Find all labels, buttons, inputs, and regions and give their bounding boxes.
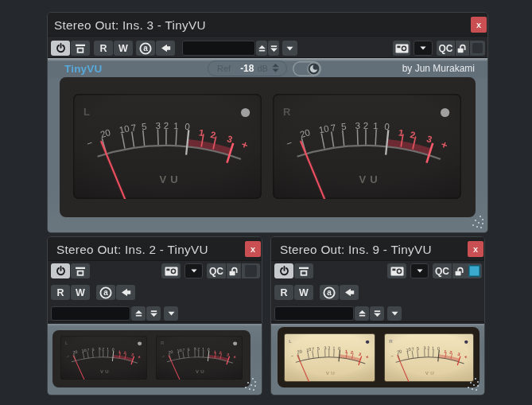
- read-automation-button[interactable]: R: [274, 285, 293, 300]
- plugin-byline: by Jun Murakami: [402, 63, 475, 74]
- titlebar[interactable]: Stereo Out: Ins. 2 - TinyVU x: [48, 237, 262, 261]
- qc-focus-indicator[interactable]: [470, 41, 485, 56]
- svg-text:2: 2: [363, 121, 368, 130]
- preset-menu-button[interactable]: [387, 306, 402, 321]
- svg-text:a: a: [327, 288, 332, 297]
- ref-level-control[interactable]: Ref -18 dB: [208, 60, 287, 76]
- resize-grip[interactable]: [244, 377, 257, 391]
- switch-ab-button[interactable]: [116, 285, 135, 300]
- svg-text:3: 3: [355, 121, 361, 130]
- titlebar[interactable]: Stereo Out: Ins. 3 - TinyVU x: [48, 13, 487, 37]
- svg-text:3: 3: [423, 345, 425, 350]
- toolbar: QC R W a: [271, 261, 484, 322]
- meters-panel: 2010753210123−+VUL 2010753210123−+VUR: [278, 327, 480, 387]
- preset-name-field[interactable]: [51, 306, 130, 321]
- functions-menu-button[interactable]: [184, 263, 203, 278]
- next-preset-button[interactable]: [146, 306, 161, 321]
- activate-button[interactable]: [51, 263, 70, 278]
- spinner-icon[interactable]: [272, 63, 279, 73]
- close-button[interactable]: x: [471, 17, 487, 33]
- svg-text:R: R: [389, 339, 393, 345]
- automation-override-button[interactable]: a: [320, 285, 339, 300]
- bypass-button[interactable]: [71, 41, 90, 56]
- preset-name-field[interactable]: [274, 306, 354, 321]
- next-preset-button[interactable]: [370, 306, 384, 321]
- vu-meter-right: 2010753210123−+VUR: [156, 336, 243, 380]
- svg-text:VU: VU: [159, 173, 181, 185]
- activate-button[interactable]: [51, 41, 70, 56]
- automation-a-icon: a: [323, 286, 336, 299]
- qc-lock-button[interactable]: [452, 263, 467, 278]
- svg-text:0: 0: [437, 346, 441, 351]
- previous-preset-button[interactable]: [256, 41, 267, 56]
- switch-ab-button[interactable]: [340, 285, 359, 300]
- power-icon: [56, 43, 66, 53]
- automation-override-button[interactable]: a: [136, 41, 155, 56]
- svg-text:1: 1: [332, 345, 335, 350]
- write-automation-button[interactable]: W: [114, 41, 133, 56]
- svg-text:0: 0: [384, 122, 390, 132]
- next-preset-button[interactable]: [268, 41, 279, 56]
- svg-text:R: R: [161, 341, 164, 346]
- svg-text:R: R: [283, 106, 291, 118]
- window-title: Stereo Out: Ins. 3 - TinyVU: [54, 18, 206, 33]
- preset-menu-button[interactable]: [164, 306, 178, 321]
- svg-text:3: 3: [156, 121, 161, 130]
- bypass-button[interactable]: [71, 263, 90, 278]
- activate-button[interactable]: [274, 263, 293, 278]
- svg-text:a: a: [143, 44, 148, 53]
- automation-override-button[interactable]: a: [96, 285, 115, 300]
- previous-preset-button[interactable]: [131, 306, 146, 321]
- close-button[interactable]: x: [245, 241, 261, 257]
- qc-lock-button[interactable]: [227, 263, 241, 278]
- snapshot-button[interactable]: [387, 263, 406, 278]
- prev-preset-icon: [134, 310, 143, 317]
- qc-button[interactable]: QC: [433, 263, 452, 278]
- camera-icon: [165, 267, 178, 276]
- svg-text:L: L: [289, 339, 292, 345]
- qc-lock-button[interactable]: [456, 41, 469, 56]
- functions-menu-button[interactable]: [410, 263, 429, 278]
- preset-name-field[interactable]: [182, 41, 255, 56]
- svg-text:0: 0: [338, 346, 341, 351]
- titlebar[interactable]: Stereo Out: Ins. 9 - TinyVU x: [271, 237, 484, 261]
- bypass-button[interactable]: [294, 263, 313, 278]
- automation-a-icon: a: [139, 42, 152, 55]
- snapshot-button[interactable]: [161, 263, 181, 278]
- write-automation-button[interactable]: W: [294, 285, 313, 300]
- switch-ab-button[interactable]: [156, 41, 175, 56]
- camera-icon: [390, 267, 404, 276]
- close-button[interactable]: x: [468, 241, 483, 257]
- unlock-icon: [229, 267, 239, 276]
- next-preset-icon: [373, 310, 382, 317]
- plugin-gui: 2010753210123−+VUL 2010753210123−+VUR: [271, 324, 484, 395]
- arrow-left-icon: [121, 288, 131, 297]
- qc-button[interactable]: QC: [207, 263, 226, 278]
- previous-preset-button[interactable]: [355, 306, 369, 321]
- write-automation-button[interactable]: W: [71, 285, 90, 300]
- bypass-icon: [75, 44, 86, 53]
- svg-text:L: L: [83, 106, 90, 118]
- resize-grip[interactable]: [472, 215, 484, 229]
- svg-text:2: 2: [164, 121, 169, 130]
- svg-text:a: a: [103, 288, 108, 297]
- read-automation-button[interactable]: R: [51, 285, 70, 300]
- snapshot-button[interactable]: [393, 41, 410, 56]
- toolbar: QC R W a: [48, 261, 262, 322]
- chevron-down-icon: [168, 311, 175, 316]
- read-automation-button[interactable]: R: [94, 41, 113, 56]
- resize-grip[interactable]: [467, 377, 480, 391]
- svg-text:VU: VU: [359, 173, 381, 185]
- qc-focus-indicator[interactable]: [467, 263, 482, 278]
- functions-menu-button[interactable]: [414, 41, 433, 56]
- ref-value: -18: [240, 63, 254, 74]
- preset-menu-button[interactable]: [282, 41, 297, 56]
- qc-focus-indicator[interactable]: [242, 263, 260, 278]
- svg-text:1: 1: [432, 345, 434, 350]
- plugin-header: TinyVU Ref -18 dB by Jun Murakami: [48, 58, 487, 78]
- desktop: Stereo Out: Ins. 3 - TinyVU x R W a QC T…: [0, 0, 532, 405]
- window-title: Stereo Out: Ins. 9 - TinyVU: [280, 243, 432, 257]
- chevron-down-icon: [286, 46, 293, 51]
- vu-meter-left: 2010753210123−+VUL: [73, 94, 262, 199]
- qc-button[interactable]: QC: [437, 41, 455, 56]
